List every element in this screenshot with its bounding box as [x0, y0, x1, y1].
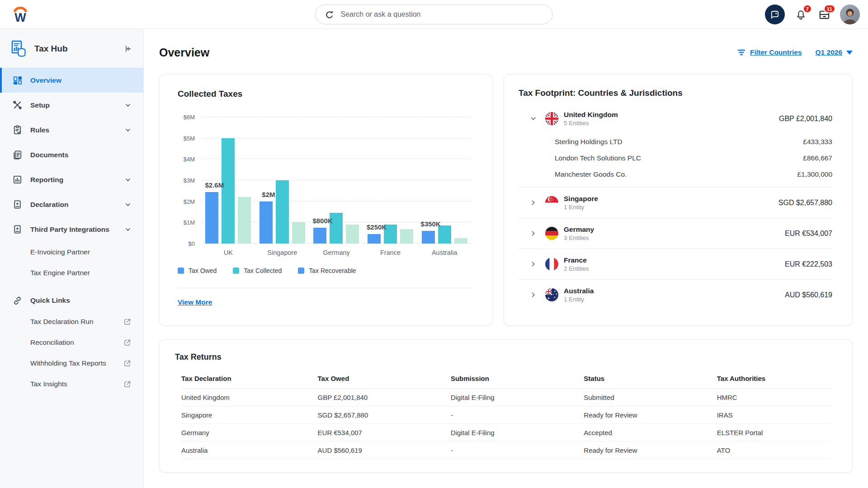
bar-tax-recoverable — [454, 238, 467, 244]
sidebar-item-setup[interactable]: Setup — [0, 93, 143, 117]
bar-group-australia: $350KAustralia — [422, 117, 467, 244]
country-entities: 1 Entity — [564, 296, 594, 303]
sidebar: Tax Hub Overview Setup — [0, 29, 144, 488]
country-amount: AUD $560,619 — [785, 291, 832, 299]
chevron-right-icon[interactable] — [529, 199, 539, 206]
sidebar-item-third-party-integrations[interactable]: Third Party Integrations — [0, 217, 143, 242]
country-entities: 1 Entity — [564, 204, 598, 211]
bar-tax-owed — [368, 234, 381, 244]
country-row-united-kingdom[interactable]: United Kingdom 5 Entities GBP £2,001,840 — [519, 103, 832, 134]
australia-flag-icon — [545, 288, 558, 301]
y-axis-tick: $4M — [184, 156, 195, 163]
quick-link-tax-insights[interactable]: Tax Insights — [0, 374, 143, 394]
country-amount: EUR €222,503 — [785, 260, 832, 268]
user-avatar[interactable] — [840, 5, 860, 24]
sidebar-item-e-invoicing-partner[interactable]: E-Invoicing Partner — [0, 242, 143, 263]
collected-taxes-title: Collected Taxes — [178, 89, 474, 99]
legend-swatch — [298, 267, 304, 274]
sidebar-item-reporting[interactable]: Reporting — [0, 167, 143, 192]
table-row[interactable]: AustraliaAUD $560,619 -Ready for Review … — [181, 441, 830, 459]
document-star-icon — [12, 224, 23, 235]
external-link-icon — [123, 338, 132, 347]
country-row-australia[interactable]: Australia 1 Entity AUD $560,619 — [519, 280, 832, 310]
bar-tax-collected — [222, 138, 235, 244]
sidebar-item-tax-engine-partner[interactable]: Tax Engine Partner — [0, 263, 143, 283]
quick-link-tax-declaration-run[interactable]: Tax Declaration Run — [0, 311, 143, 332]
sidebar-item-rules[interactable]: Rules — [0, 117, 143, 142]
x-axis-tick: France — [368, 249, 413, 256]
quick-link-label: Tax Declaration Run — [30, 318, 94, 326]
view-more-link[interactable]: View More — [178, 298, 212, 306]
bar-data-label: $350K — [421, 220, 441, 228]
singapore-flag-icon — [545, 196, 558, 209]
chevron-down-icon — [124, 201, 132, 208]
sidebar-item-documents[interactable]: Documents — [0, 142, 143, 167]
filter-icon — [737, 48, 746, 57]
dashboard-icon — [12, 75, 23, 86]
quick-link-withholding-tax-reports[interactable]: Withholding Tax Reports — [0, 353, 143, 374]
x-axis-tick: Australia — [422, 249, 467, 256]
global-search[interactable] — [316, 5, 553, 24]
table-header-row: Tax Declaration Tax Owed Submission Stat… — [181, 371, 830, 389]
app-title: Tax Hub — [34, 44, 117, 54]
filter-countries-link[interactable]: Filter Countries — [737, 48, 802, 57]
country-amount: GBP £2,001,840 — [779, 115, 832, 123]
legend-swatch — [178, 267, 184, 274]
bar-data-label: $250K — [367, 223, 387, 231]
bar-tax-owed — [205, 192, 218, 244]
bar-tax-owed — [313, 228, 326, 244]
table-row[interactable]: SingaporeSGD $2,657,880 -Ready for Revie… — [181, 406, 830, 424]
country-name: Australia — [564, 287, 594, 295]
country-entities: 2 Entities — [564, 265, 589, 272]
period-selector[interactable]: Q1 2026 — [816, 48, 853, 56]
chevron-down-icon[interactable] — [529, 115, 539, 122]
documents-icon — [12, 150, 23, 160]
column-header: Tax Owed — [318, 371, 451, 389]
chevron-down-icon — [124, 102, 132, 109]
ai-search-icon — [324, 9, 335, 20]
bar-data-label: $2M — [262, 191, 275, 198]
chevron-right-icon[interactable] — [529, 291, 539, 299]
tools-icon — [12, 100, 23, 111]
workday-logo[interactable]: W — [10, 4, 31, 25]
bar-data-label: $800K — [312, 217, 332, 225]
column-header: Submission — [451, 371, 584, 389]
sidebar-item-label: Rules — [30, 126, 49, 134]
sidebar-section-quick-links: Quick Links — [0, 290, 143, 311]
sidebar-collapse-icon[interactable] — [123, 44, 132, 53]
legend-swatch — [233, 267, 239, 274]
bar-group-uk: $2.6MUK — [205, 117, 251, 244]
column-header: Status — [584, 371, 717, 389]
chevron-down-icon — [124, 127, 132, 134]
x-axis-tick: UK — [205, 249, 251, 256]
x-axis-tick: Singapore — [259, 249, 305, 256]
legend-item-tax-collected: Tax Collected — [233, 267, 282, 274]
country-row-singapore[interactable]: Singapore 1 Entity SGD $2,657,880 — [519, 188, 832, 218]
chevron-down-icon — [124, 176, 132, 183]
quick-links-label: Quick Links — [30, 296, 70, 305]
chevron-right-icon[interactable] — [529, 230, 539, 237]
column-header: Tax Authorities — [717, 371, 830, 389]
inbox-button[interactable]: 11 — [816, 7, 832, 22]
sidebar-item-label: Declaration — [30, 201, 68, 209]
y-axis-tick: $0 — [189, 240, 195, 247]
country-row-germany[interactable]: Germany 3 Entities EUR €534,007 — [519, 218, 832, 249]
external-link-icon — [123, 318, 132, 326]
bar-data-label: $2.6M — [205, 181, 224, 189]
table-row[interactable]: GermanyEUR €534,007 Digital E-FilingAcce… — [181, 424, 830, 441]
sidebar-item-overview[interactable]: Overview — [0, 68, 143, 93]
sidebar-item-declaration[interactable]: Declaration — [0, 192, 143, 217]
table-row[interactable]: United KingdomGBP £2,001,840 Digital E-F… — [181, 389, 830, 406]
quick-link-reconciliation[interactable]: Reconciliation — [0, 332, 143, 353]
country-row-france[interactable]: France 2 Entities EUR €222,503 — [519, 249, 832, 279]
ai-assistant-button[interactable] — [765, 5, 785, 24]
tax-footprint-card: Tax Footprint: Countries & Jurisdictions — [504, 74, 853, 326]
y-axis-tick: $5M — [184, 135, 195, 141]
tax-returns-table: Tax Declaration Tax Owed Submission Stat… — [181, 371, 830, 459]
country-name: Singapore — [564, 195, 598, 203]
tax-returns-title: Tax Returns — [175, 352, 830, 362]
entity-row: London Tech Solutions PLC £866,667 — [519, 150, 832, 166]
chevron-right-icon[interactable] — [529, 260, 539, 268]
search-input[interactable] — [341, 10, 544, 19]
notifications-button[interactable]: 7 — [793, 7, 808, 22]
